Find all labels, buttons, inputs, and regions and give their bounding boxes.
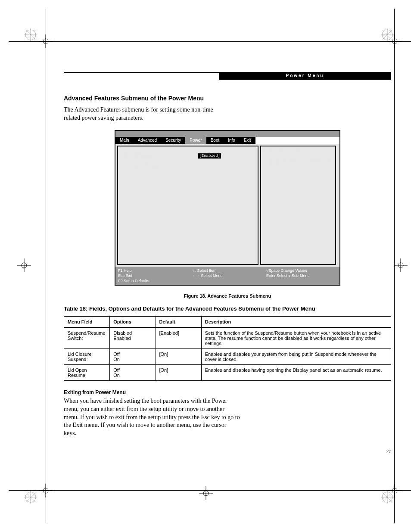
exit-body: When you have finished setting the boot … <box>64 397 240 438</box>
bios-settings-pane: Suspend/Resume Switch: [Enabled] Lid Clo… <box>117 146 258 265</box>
bios-body: Suspend/Resume Switch: [Enabled] Lid Clo… <box>115 144 339 267</box>
bios-menu-bar: Main Advanced Security Power Boot Info E… <box>115 137 339 144</box>
crop-mark-icon <box>388 484 402 498</box>
bios-tab: Main <box>115 137 134 144</box>
subsection-title: Exiting from Power Menu <box>64 389 391 395</box>
table-header: Menu Field <box>64 316 110 327</box>
bios-tab: Info <box>224 137 240 144</box>
table-cell: Off On <box>110 364 156 380</box>
bios-field-value: [Enabled] <box>198 153 254 159</box>
table-row: Lid Open Resume: Off On [On] Enables and… <box>64 364 391 380</box>
table-cell: Enables and disables having opening the … <box>201 364 391 380</box>
section-header-tag: Power Menu <box>219 72 391 80</box>
table-cell: Suspend/Resume Switch: <box>64 327 110 349</box>
intro-text: The Advanced Features submenu is for set… <box>64 106 227 122</box>
table-cell: Enables and disables your system from be… <box>201 348 391 364</box>
bios-help-title: Item Specific Help <box>261 146 336 156</box>
table-header: Options <box>110 316 156 327</box>
table-cell: [On] <box>156 364 201 380</box>
bios-footer-hint: F1 Help <box>118 268 189 273</box>
register-mark-icon <box>24 491 37 504</box>
table-cell: Lid Closure Suspend: <box>64 348 110 364</box>
trim-line <box>9 41 411 42</box>
bios-tab: Security <box>161 137 185 144</box>
table-cell: Disabled Enabled <box>110 327 156 349</box>
trim-line <box>46 9 46 523</box>
bios-field-value: [On] <box>198 160 254 165</box>
bios-footer-hint: -/Space Change Values <box>266 268 337 273</box>
page-number: 31 <box>386 448 391 455</box>
bios-field-label: Lid Open Resume: <box>121 166 198 171</box>
trim-line <box>394 9 395 523</box>
options-table: Menu Field Options Default Description S… <box>64 316 391 381</box>
figure-caption: Figure 18. Advance Features Submenu <box>64 293 391 299</box>
bios-footer-hint: Enter Select ▸ Sub-Menu <box>266 274 337 278</box>
table-row: Suspend/Resume Switch: Disabled Enabled … <box>64 327 391 349</box>
content-area: Advanced Features Submenu of the Power M… <box>64 95 391 438</box>
crop-mark-icon <box>17 258 31 272</box>
page: Power Menu Advanced Features Submenu of … <box>0 0 411 532</box>
bios-figure: Main Advanced Security Power Boot Info E… <box>115 130 340 286</box>
crop-mark-icon <box>199 486 213 500</box>
bios-tab: Advanced <box>134 137 161 144</box>
bios-tab: Boot <box>206 137 224 144</box>
section-title: Advanced Features Submenu of the Power M… <box>64 95 391 102</box>
table-cell: Off On <box>110 348 156 364</box>
bios-help-pane: Item Specific Help Configures the Suspen… <box>260 146 336 265</box>
table-row: Lid Closure Suspend: Off On [On] Enables… <box>64 348 391 364</box>
table-caption: Table 18: Fields, Options and Defaults f… <box>64 305 391 312</box>
bios-row: Lid Open Resume: [On] <box>118 165 258 171</box>
register-mark-icon <box>24 28 37 41</box>
bios-footer-hint: Esc Exit <box>118 274 189 278</box>
bios-field-value: [On] <box>198 166 254 171</box>
table-cell: Lid Open Resume: <box>64 364 110 380</box>
bios-footer-hint: ↑↓ Select Item <box>192 268 263 273</box>
bios-field-label: Suspend/Resume Switch: <box>121 153 198 159</box>
table-cell: Sets the function of the Suspend/Resume … <box>201 327 391 349</box>
bios-help-body: Configures the Suspend/Resume switch. <box>261 156 336 170</box>
bios-title-bar <box>115 131 339 137</box>
bios-row: Suspend/Resume Switch: [Enabled] <box>118 152 258 159</box>
bios-tab: Exit <box>240 137 255 144</box>
bios-field-label: Lid Closure Suspend: <box>121 160 198 165</box>
bios-footer-hint: F9 Setup Defaults <box>118 279 189 283</box>
bios-row: Lid Closure Suspend: [On] <box>118 159 258 165</box>
bios-tab-active: Power <box>185 137 206 144</box>
crop-mark-icon <box>394 258 408 272</box>
table-header: Description <box>201 316 391 327</box>
trim-line <box>9 490 411 491</box>
table-header: Default <box>156 316 201 327</box>
bios-footer-hint: ←→ Select Menu <box>192 274 263 278</box>
table-cell: [On] <box>156 348 201 364</box>
table-header-row: Menu Field Options Default Description <box>64 316 391 327</box>
table-cell: [Enabled] <box>156 327 201 349</box>
bios-footer: F1 Help ↑↓ Select Item -/Space Change Va… <box>115 267 339 285</box>
